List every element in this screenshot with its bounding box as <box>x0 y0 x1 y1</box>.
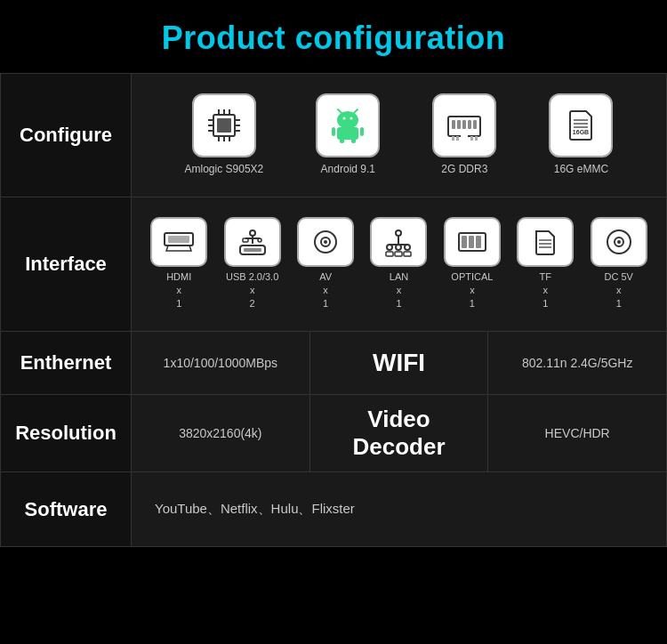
interface-label: Interface <box>1 197 132 331</box>
lan-label: LANx1 <box>390 270 408 311</box>
config-table: Configure <box>0 73 667 547</box>
chip-icon <box>205 106 244 145</box>
svg-rect-61 <box>386 252 393 256</box>
iface-tf: TFx1 <box>510 217 580 311</box>
svg-rect-48 <box>244 248 261 252</box>
ethernet-content: 1x10/100/1000MBps WIFI 802.11n 2.4G/5GHz <box>132 331 667 394</box>
software-apps: YouTube、Netflix、Hulu、Flixster <box>141 485 657 534</box>
ram-icon <box>445 106 484 145</box>
res-row: 3820x2160(4k) VideoDecoder HEVC/HDR <box>132 395 666 471</box>
video-decoder-label: VideoDecoder <box>310 395 489 471</box>
config-emmc: 16GB 16G eMMC <box>549 93 613 177</box>
ethernet-row: Enthernet 1x10/100/1000MBps WIFI 802.11n… <box>1 331 667 394</box>
svg-rect-26 <box>457 120 461 129</box>
android-label: Android 9.1 <box>321 163 375 177</box>
resolution-content: 3820x2160(4k) VideoDecoder HEVC/HDR <box>132 394 667 471</box>
eth-row: 1x10/100/1000MBps WIFI 802.11n 2.4G/5GHz <box>132 332 666 394</box>
svg-point-14 <box>337 111 358 129</box>
ethernet-label: Enthernet <box>1 331 132 394</box>
hdmi-icon-box <box>150 217 207 267</box>
wifi-label: WIFI <box>310 332 489 394</box>
svg-point-41 <box>250 230 255 236</box>
svg-text:16GB: 16GB <box>573 129 589 135</box>
software-content: YouTube、Netflix、Hulu、Flixster <box>132 472 667 547</box>
av-icon <box>309 226 342 258</box>
svg-rect-66 <box>469 236 474 248</box>
svg-rect-32 <box>456 136 459 141</box>
wifi-spec: 802.11n 2.4G/5GHz <box>488 332 666 394</box>
svg-rect-20 <box>340 138 344 143</box>
resolution-label: Resolution <box>1 394 132 471</box>
tf-icon <box>529 226 561 258</box>
svg-point-46 <box>258 238 261 242</box>
configure-row: Configure <box>1 74 667 197</box>
svg-line-18 <box>354 109 358 113</box>
svg-point-52 <box>396 230 401 236</box>
svg-rect-27 <box>462 120 466 129</box>
svg-rect-34 <box>475 136 478 141</box>
svg-rect-23 <box>360 127 364 136</box>
svg-rect-29 <box>473 120 477 129</box>
iface-usb: USB 2.0/3.0x2 <box>217 217 286 311</box>
dc5v-icon-box <box>591 217 647 267</box>
emmc-icon: 16GB <box>561 106 600 145</box>
iface-av: AVx1 <box>291 217 360 311</box>
dc5v-icon <box>603 226 635 258</box>
usb-icon <box>237 226 269 258</box>
svg-rect-40 <box>168 236 189 243</box>
svg-rect-28 <box>468 120 471 129</box>
usb-icon-box <box>224 217 281 267</box>
svg-rect-63 <box>404 252 411 256</box>
optical-icon <box>456 226 488 258</box>
svg-rect-30 <box>461 134 468 138</box>
svg-rect-62 <box>395 252 402 256</box>
chip-label: Amlogic S905X2 <box>185 163 264 177</box>
svg-rect-22 <box>332 127 335 136</box>
ram-label: 2G DDR3 <box>441 163 487 177</box>
config-ram: 2G DDR3 <box>432 93 496 177</box>
svg-point-16 <box>350 117 353 120</box>
svg-rect-65 <box>462 236 467 248</box>
svg-point-15 <box>343 117 346 120</box>
resolution-row: Resolution 3820x2160(4k) VideoDecoder HE… <box>1 394 667 471</box>
configure-content: Amlogic S905X2 <box>132 74 667 197</box>
usb-label: USB 2.0/3.0x2 <box>226 270 278 311</box>
software-label: Software <box>1 472 132 547</box>
svg-rect-67 <box>476 236 481 248</box>
software-row: Software YouTube、Netflix、Hulu、Flixster <box>1 472 667 547</box>
svg-rect-31 <box>452 136 454 141</box>
eth-speed: 1x10/100/1000MBps <box>132 332 310 394</box>
lan-icon-box <box>370 217 427 267</box>
av-label: AVx1 <box>319 270 332 311</box>
tf-icon-box <box>517 217 574 267</box>
page-title: Product configuration <box>0 0 667 73</box>
optical-label: OPTICALx1 <box>451 270 493 311</box>
svg-line-17 <box>338 109 342 113</box>
config-chip: Amlogic S905X2 <box>185 93 264 177</box>
config-android: Android 9.1 <box>316 93 380 177</box>
chip-icon-box <box>192 93 256 157</box>
emmc-icon-box: 16GB <box>549 93 613 157</box>
iface-optical: OPTICALx1 <box>438 217 507 311</box>
interface-row: Interface HDMIx1 <box>1 197 667 331</box>
interface-content: HDMIx1 <box>132 197 667 331</box>
iface-hdmi: HDMIx1 <box>144 217 213 311</box>
lan-icon <box>382 226 414 258</box>
svg-rect-19 <box>337 127 358 140</box>
interface-icons: HDMIx1 <box>141 210 657 318</box>
tf-label: TFx1 <box>540 270 551 311</box>
svg-point-73 <box>617 240 621 244</box>
ram-icon-box <box>432 93 496 157</box>
resolution-value: 3820x2160(4k) <box>132 395 310 471</box>
av-icon-box <box>297 217 354 267</box>
svg-rect-45 <box>243 238 248 242</box>
svg-rect-1 <box>217 118 231 133</box>
hdmi-label: HDMIx1 <box>166 270 191 311</box>
svg-rect-21 <box>351 138 356 143</box>
iface-dc5v: DC 5Vx1 <box>584 217 654 311</box>
emmc-label: 16G eMMC <box>554 163 608 177</box>
configure-icons: Amlogic S905X2 <box>141 86 657 184</box>
svg-point-51 <box>324 240 327 244</box>
hdmi-icon <box>163 226 195 258</box>
svg-rect-33 <box>470 136 473 141</box>
